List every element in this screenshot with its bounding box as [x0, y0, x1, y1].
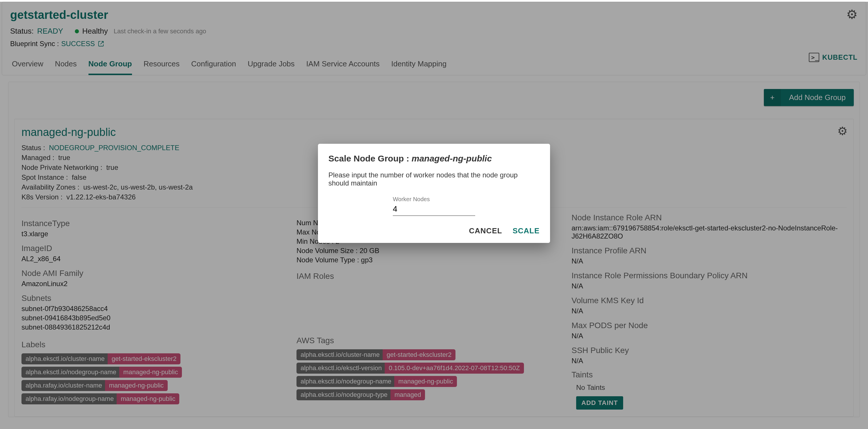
scale-node-group-modal: Scale Node Group : managed-ng-public Ple… — [318, 144, 550, 243]
worker-nodes-label: Worker Nodes — [393, 196, 475, 203]
modal-title-prefix: Scale Node Group : — [329, 154, 412, 163]
modal-description: Please input the number of worker nodes … — [329, 171, 539, 187]
scale-button[interactable]: SCALE — [513, 226, 539, 235]
worker-nodes-input[interactable] — [393, 203, 475, 216]
modal-title: Scale Node Group : managed-ng-public — [329, 154, 539, 163]
cancel-button[interactable]: CANCEL — [469, 226, 502, 235]
modal-title-nodegroup-name: managed-ng-public — [412, 154, 492, 163]
